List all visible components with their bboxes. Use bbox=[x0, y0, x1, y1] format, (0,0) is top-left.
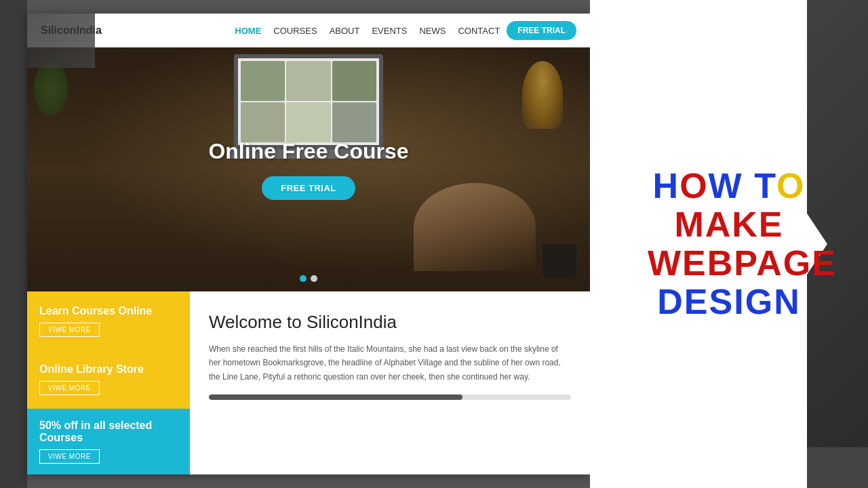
nav-link-courses[interactable]: COURSES bbox=[273, 26, 317, 36]
welcome-section: Welcome to SiliconIndia When she reached… bbox=[190, 291, 590, 474]
card-learn-title: Learn Courses Online bbox=[39, 305, 178, 317]
nav-link-news[interactable]: NEWS bbox=[419, 26, 446, 36]
card-discount-btn[interactable]: VIWE MORE bbox=[39, 449, 100, 464]
bottom-section: Learn Courses Online VIWE MORE Online Li… bbox=[27, 291, 590, 474]
letter-W2: W bbox=[648, 243, 682, 283]
letter-I: I bbox=[734, 282, 745, 321]
nav-item-news[interactable]: NEWS bbox=[419, 24, 446, 37]
tutorial-line4: DESIGN bbox=[648, 283, 810, 321]
nav-link-about[interactable]: ABOUT bbox=[330, 26, 360, 36]
letter-B: B bbox=[707, 243, 734, 283]
letter-E2: E bbox=[812, 243, 837, 283]
card-discount: 50% off in all selected Courses VIWE MOR… bbox=[27, 409, 190, 474]
nav-link-home[interactable]: HOME bbox=[235, 26, 261, 36]
letter-E: E bbox=[682, 243, 707, 283]
browser-frame: SiliconIndia HOME COURSES ABOUT EVENTS N… bbox=[27, 14, 590, 474]
letter-T: T bbox=[754, 166, 776, 205]
nav-links: HOME COURSES ABOUT EVENTS NEWS CONTACT bbox=[235, 24, 500, 37]
dot-2[interactable] bbox=[311, 275, 317, 282]
navbar: SiliconIndia HOME COURSES ABOUT EVENTS N… bbox=[27, 14, 590, 47]
letter-G: G bbox=[783, 243, 812, 283]
letter-N: N bbox=[774, 282, 801, 321]
hero-section: Online Free Course FREE TRIAL bbox=[27, 47, 590, 291]
welcome-title: Welcome to SiliconIndia bbox=[209, 312, 571, 333]
hero-free-trial-button[interactable]: FREE TRIAL bbox=[262, 176, 355, 200]
nav-item-events[interactable]: EVENTS bbox=[372, 24, 407, 37]
progress-bar-fill bbox=[209, 394, 462, 400]
thumb-5 bbox=[286, 102, 330, 142]
dot-1[interactable] bbox=[300, 275, 307, 282]
tutorial-panel: HOW TO MAKE WEBPAGE DESIGN bbox=[590, 0, 868, 488]
card-learn-btn[interactable]: VIWE MORE bbox=[39, 323, 100, 337]
letter-O: O bbox=[679, 166, 708, 205]
tutorial-line3: WEBPAGE bbox=[648, 244, 810, 283]
letter-G2: G bbox=[745, 282, 774, 321]
nav-free-trial-button[interactable]: FREE TRIAL bbox=[507, 21, 576, 40]
letter-S: S bbox=[709, 282, 734, 321]
nav-item-home[interactable]: HOME bbox=[235, 24, 261, 37]
coffee-cup bbox=[542, 244, 576, 278]
plant-decoration bbox=[34, 61, 68, 115]
hand-overlay bbox=[414, 183, 536, 271]
thumb-6 bbox=[332, 102, 376, 142]
card-learn-courses: Learn Courses Online VIWE MORE bbox=[27, 291, 190, 350]
nav-item-contact[interactable]: CONTACT bbox=[458, 24, 500, 37]
letter-W: W bbox=[709, 166, 743, 205]
hero-title: Online Free Course bbox=[208, 139, 408, 164]
nav-link-events[interactable]: EVENTS bbox=[372, 26, 407, 36]
carousel-dots bbox=[300, 275, 317, 282]
lamp-decoration bbox=[522, 61, 563, 129]
card-library-title: Online Library Store bbox=[39, 363, 178, 375]
left-cards: Learn Courses Online VIWE MORE Online Li… bbox=[27, 291, 190, 474]
tutorial-line2: MAKE bbox=[648, 205, 810, 244]
progress-bar-container bbox=[209, 394, 571, 400]
thumb-2 bbox=[286, 61, 330, 101]
letter-P: P bbox=[734, 243, 756, 283]
tutorial-text: HOW TO MAKE WEBPAGE DESIGN bbox=[627, 153, 831, 336]
thumb-4 bbox=[241, 102, 285, 142]
letter-E3: E bbox=[684, 282, 709, 321]
card-library-btn[interactable]: VIWE MORE bbox=[39, 381, 100, 395]
thumb-3 bbox=[332, 61, 376, 101]
card-library: Online Library Store VIWE MORE bbox=[27, 350, 190, 409]
tutorial-line1: HOW TO bbox=[648, 167, 810, 205]
letter-D: D bbox=[657, 282, 684, 321]
nav-item-about[interactable]: ABOUT bbox=[330, 24, 360, 37]
nav-item-courses[interactable]: COURSES bbox=[273, 24, 317, 37]
thumb-1 bbox=[241, 61, 285, 101]
letter-H: H bbox=[653, 166, 680, 205]
card-discount-title: 50% off in all selected Courses bbox=[39, 420, 178, 444]
laptop-screen bbox=[234, 54, 383, 149]
hero-content: Online Free Course FREE TRIAL bbox=[208, 139, 408, 200]
nav-link-contact[interactable]: CONTACT bbox=[458, 26, 500, 36]
letter-A: A bbox=[756, 243, 783, 283]
letter-O2: O bbox=[776, 166, 805, 205]
welcome-body: When she reached the first hills of the … bbox=[209, 342, 571, 384]
website-preview: SiliconIndia HOME COURSES ABOUT EVENTS N… bbox=[0, 0, 590, 488]
